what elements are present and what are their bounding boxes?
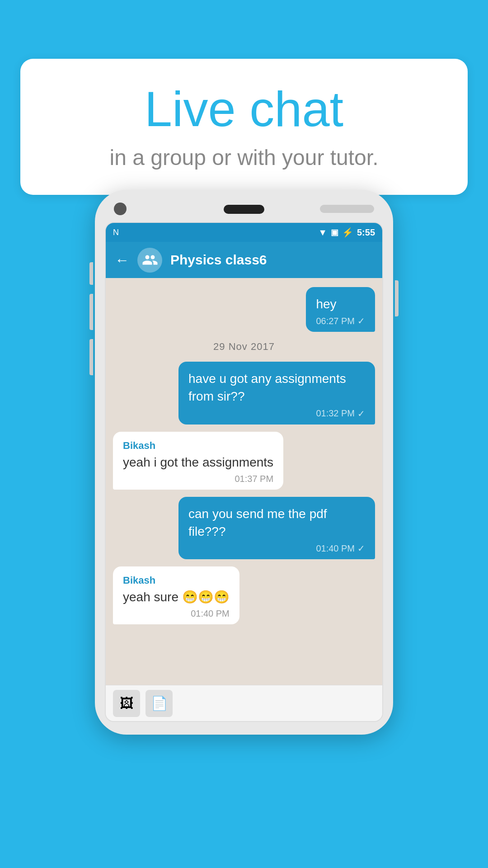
power-button: [395, 280, 399, 316]
live-chat-subtitle: in a group or with your tutor.: [47, 145, 441, 170]
message-text: have u got any assignments from sir??: [188, 370, 365, 405]
chat-header: ← Physics class6: [106, 242, 382, 278]
read-check: ✓: [357, 316, 365, 326]
doc-icon: 📄: [151, 695, 168, 711]
signal-icon: ▣: [331, 227, 338, 237]
message-text: yeah i got the assignments: [123, 453, 273, 471]
sent-bubble: have u got any assignments from sir?? 01…: [178, 362, 375, 424]
image-attach-button[interactable]: 🖼: [113, 690, 140, 717]
live-chat-title: Live chat: [47, 81, 441, 136]
read-check: ✓: [357, 408, 365, 419]
received-message: Bikash yeah sure 😁😁😁 01:40 PM: [113, 566, 375, 624]
notification-icon: N: [113, 228, 119, 237]
status-left: N: [113, 228, 119, 237]
received-bubble: Bikash yeah sure 😁😁😁 01:40 PM: [113, 566, 239, 624]
phone-top-detail: [105, 203, 383, 222]
volume-up-button: [89, 262, 93, 285]
sender-name: Bikash: [123, 575, 230, 586]
message-text: hey: [316, 295, 365, 313]
phone-mockup: N ▼ ▣ ⚡ 5:55 ← Physics class6: [36, 190, 452, 868]
message-time: 01:37 PM: [235, 474, 273, 484]
sent-bubble: can you send me the pdf file??? 01:40 PM…: [178, 497, 375, 559]
doc-attach-button[interactable]: 📄: [145, 690, 173, 717]
wifi-icon: ▼: [318, 227, 327, 238]
message-text: can you send me the pdf file???: [188, 505, 365, 540]
phone-body: N ▼ ▣ ⚡ 5:55 ← Physics class6: [95, 190, 393, 735]
sent-message: hey 06:27 PM ✓: [113, 287, 375, 332]
message-text: yeah sure 😁😁😁: [123, 588, 230, 606]
speaker-grill: [320, 205, 374, 213]
date-divider: 29 Nov 2017: [113, 341, 375, 353]
group-avatar: [137, 248, 162, 273]
sent-message: can you send me the pdf file??? 01:40 PM…: [113, 497, 375, 559]
message-time: 01:32 PM: [316, 408, 355, 419]
phone-screen: N ▼ ▣ ⚡ 5:55 ← Physics class6: [105, 222, 383, 722]
status-right: ▼ ▣ ⚡ 5:55: [318, 227, 375, 238]
earpiece: [224, 205, 264, 214]
silent-button: [89, 339, 93, 375]
message-time: 01:40 PM: [316, 543, 355, 554]
chat-input-bar: 🖼 📄: [106, 685, 382, 721]
message-meta: 01:37 PM: [123, 474, 273, 484]
message-meta: 01:40 PM ✓: [188, 543, 365, 554]
message-time: 06:27 PM: [316, 316, 355, 326]
status-bar: N ▼ ▣ ⚡ 5:55: [106, 223, 382, 242]
back-button[interactable]: ←: [115, 252, 129, 269]
speech-bubble: Live chat in a group or with your tutor.: [20, 59, 468, 195]
image-icon: 🖼: [120, 696, 133, 711]
chat-title: Physics class6: [170, 252, 267, 268]
battery-icon: ⚡: [342, 227, 353, 238]
message-meta: 01:40 PM: [123, 609, 230, 619]
received-message: Bikash yeah i got the assignments 01:37 …: [113, 432, 375, 490]
sent-bubble: hey 06:27 PM ✓: [306, 287, 375, 332]
message-time: 01:40 PM: [191, 609, 230, 619]
volume-down-button: [89, 294, 93, 330]
chat-area[interactable]: hey 06:27 PM ✓ 29 Nov 2017 have u got an…: [106, 278, 382, 685]
message-meta: 01:32 PM ✓: [188, 408, 365, 419]
read-check: ✓: [357, 543, 365, 554]
status-time: 5:55: [357, 227, 375, 238]
sent-message: have u got any assignments from sir?? 01…: [113, 362, 375, 424]
message-meta: 06:27 PM ✓: [316, 316, 365, 326]
front-camera: [114, 203, 127, 215]
group-icon: [142, 252, 158, 268]
sender-name: Bikash: [123, 440, 273, 452]
received-bubble: Bikash yeah i got the assignments 01:37 …: [113, 432, 283, 490]
